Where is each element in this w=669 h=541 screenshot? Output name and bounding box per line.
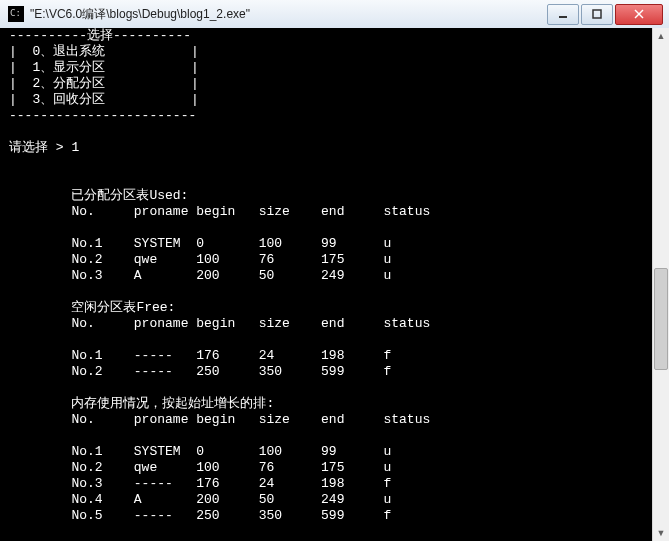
scrollbar[interactable]: ▲ ▼ (652, 28, 669, 541)
client-area: ----------选择---------- | 0、退出系统 | | 1、显示… (0, 28, 669, 541)
close-button[interactable] (615, 4, 663, 25)
maximize-icon (592, 9, 602, 19)
window-title: "E:\VC6.0编译\blogs\Debug\blog1_2.exe" (30, 6, 545, 23)
app-window: "E:\VC6.0编译\blogs\Debug\blog1_2.exe" ---… (0, 0, 669, 541)
scrollbar-thumb[interactable] (654, 268, 668, 370)
close-icon (634, 9, 644, 19)
maximize-button[interactable] (581, 4, 613, 25)
app-icon (8, 6, 24, 22)
scroll-up-button[interactable]: ▲ (653, 28, 669, 44)
minimize-button[interactable] (547, 4, 579, 25)
console-output: ----------选择---------- | 0、退出系统 | | 1、显示… (9, 28, 653, 541)
titlebar: "E:\VC6.0编译\blogs\Debug\blog1_2.exe" (0, 0, 669, 29)
scroll-down-button[interactable]: ▼ (653, 525, 669, 541)
minimize-icon (558, 9, 568, 19)
svg-rect-1 (593, 10, 601, 18)
window-controls (545, 4, 663, 25)
